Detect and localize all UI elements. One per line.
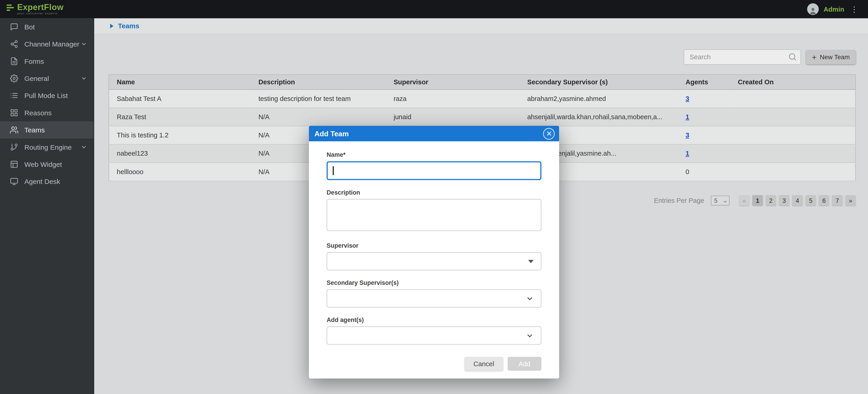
app-window: ExpertFlow your callcenter experts Admin… xyxy=(0,0,868,394)
team-name-input[interactable] xyxy=(327,161,541,180)
close-icon xyxy=(546,131,552,136)
cancel-button[interactable]: Cancel xyxy=(465,357,503,371)
description-label: Description xyxy=(327,189,541,196)
add-team-modal: Add Team Name* Description Supervisor xyxy=(309,126,559,378)
modal-body: Name* Description Supervisor Secondary S… xyxy=(309,141,559,378)
add-agents-label: Add agent(s) xyxy=(327,316,541,323)
modal-title: Add Team xyxy=(314,130,349,138)
chevron-down-icon xyxy=(526,332,534,339)
supervisor-select[interactable] xyxy=(327,252,541,270)
chevron-down-icon xyxy=(526,294,534,302)
close-button[interactable] xyxy=(543,128,555,139)
secondary-supervisors-select[interactable] xyxy=(327,289,541,307)
supervisor-label: Supervisor xyxy=(327,242,541,249)
secondary-supervisors-label: Secondary Supervisor(s) xyxy=(327,279,541,286)
add-agents-select[interactable] xyxy=(327,326,541,344)
add-button[interactable]: Add xyxy=(507,357,541,371)
name-label: Name* xyxy=(327,151,541,158)
dropdown-arrow-icon xyxy=(528,259,534,263)
modal-header: Add Team xyxy=(309,126,559,141)
team-description-textarea[interactable] xyxy=(327,199,541,231)
text-caret xyxy=(333,166,334,175)
